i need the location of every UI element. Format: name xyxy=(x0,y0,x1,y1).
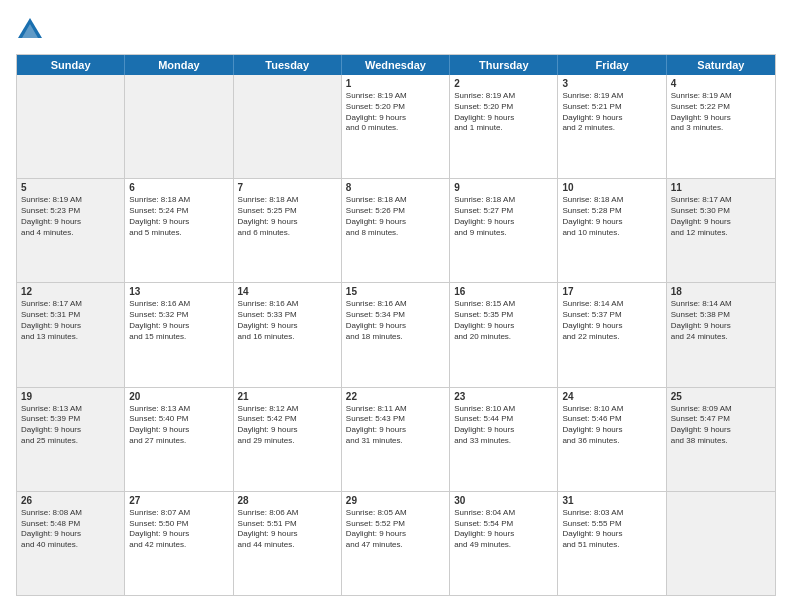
cal-week-2: 12Sunrise: 8:17 AM Sunset: 5:31 PM Dayli… xyxy=(17,282,775,386)
table-row: 3Sunrise: 8:19 AM Sunset: 5:21 PM Daylig… xyxy=(558,75,666,178)
cal-week-0: 1Sunrise: 8:19 AM Sunset: 5:20 PM Daylig… xyxy=(17,75,775,178)
day-number: 21 xyxy=(238,391,337,402)
day-info: Sunrise: 8:16 AM Sunset: 5:32 PM Dayligh… xyxy=(129,299,228,342)
table-row: 11Sunrise: 8:17 AM Sunset: 5:30 PM Dayli… xyxy=(667,179,775,282)
day-info: Sunrise: 8:12 AM Sunset: 5:42 PM Dayligh… xyxy=(238,404,337,447)
header-day-wednesday: Wednesday xyxy=(342,55,450,75)
table-row: 5Sunrise: 8:19 AM Sunset: 5:23 PM Daylig… xyxy=(17,179,125,282)
day-info: Sunrise: 8:17 AM Sunset: 5:31 PM Dayligh… xyxy=(21,299,120,342)
day-info: Sunrise: 8:07 AM Sunset: 5:50 PM Dayligh… xyxy=(129,508,228,551)
table-row: 10Sunrise: 8:18 AM Sunset: 5:28 PM Dayli… xyxy=(558,179,666,282)
day-info: Sunrise: 8:19 AM Sunset: 5:23 PM Dayligh… xyxy=(21,195,120,238)
day-number: 5 xyxy=(21,182,120,193)
header-day-sunday: Sunday xyxy=(17,55,125,75)
table-row: 14Sunrise: 8:16 AM Sunset: 5:33 PM Dayli… xyxy=(234,283,342,386)
day-number: 30 xyxy=(454,495,553,506)
table-row: 9Sunrise: 8:18 AM Sunset: 5:27 PM Daylig… xyxy=(450,179,558,282)
day-number: 31 xyxy=(562,495,661,506)
day-info: Sunrise: 8:19 AM Sunset: 5:22 PM Dayligh… xyxy=(671,91,771,134)
day-info: Sunrise: 8:13 AM Sunset: 5:39 PM Dayligh… xyxy=(21,404,120,447)
page: SundayMondayTuesdayWednesdayThursdayFrid… xyxy=(0,0,792,612)
day-number: 2 xyxy=(454,78,553,89)
day-info: Sunrise: 8:18 AM Sunset: 5:24 PM Dayligh… xyxy=(129,195,228,238)
table-row: 4Sunrise: 8:19 AM Sunset: 5:22 PM Daylig… xyxy=(667,75,775,178)
day-number: 7 xyxy=(238,182,337,193)
day-info: Sunrise: 8:18 AM Sunset: 5:27 PM Dayligh… xyxy=(454,195,553,238)
day-info: Sunrise: 8:06 AM Sunset: 5:51 PM Dayligh… xyxy=(238,508,337,551)
day-number: 16 xyxy=(454,286,553,297)
table-row: 31Sunrise: 8:03 AM Sunset: 5:55 PM Dayli… xyxy=(558,492,666,595)
day-info: Sunrise: 8:18 AM Sunset: 5:26 PM Dayligh… xyxy=(346,195,445,238)
day-info: Sunrise: 8:19 AM Sunset: 5:20 PM Dayligh… xyxy=(346,91,445,134)
day-number: 23 xyxy=(454,391,553,402)
day-info: Sunrise: 8:05 AM Sunset: 5:52 PM Dayligh… xyxy=(346,508,445,551)
table-row: 15Sunrise: 8:16 AM Sunset: 5:34 PM Dayli… xyxy=(342,283,450,386)
day-number: 10 xyxy=(562,182,661,193)
day-info: Sunrise: 8:16 AM Sunset: 5:33 PM Dayligh… xyxy=(238,299,337,342)
day-info: Sunrise: 8:15 AM Sunset: 5:35 PM Dayligh… xyxy=(454,299,553,342)
day-number: 15 xyxy=(346,286,445,297)
header-day-thursday: Thursday xyxy=(450,55,558,75)
cal-week-4: 26Sunrise: 8:08 AM Sunset: 5:48 PM Dayli… xyxy=(17,491,775,595)
day-info: Sunrise: 8:18 AM Sunset: 5:25 PM Dayligh… xyxy=(238,195,337,238)
day-number: 13 xyxy=(129,286,228,297)
table-row: 20Sunrise: 8:13 AM Sunset: 5:40 PM Dayli… xyxy=(125,388,233,491)
table-row: 21Sunrise: 8:12 AM Sunset: 5:42 PM Dayli… xyxy=(234,388,342,491)
day-number: 1 xyxy=(346,78,445,89)
table-row: 16Sunrise: 8:15 AM Sunset: 5:35 PM Dayli… xyxy=(450,283,558,386)
header-day-monday: Monday xyxy=(125,55,233,75)
day-number: 4 xyxy=(671,78,771,89)
table-row: 28Sunrise: 8:06 AM Sunset: 5:51 PM Dayli… xyxy=(234,492,342,595)
day-number: 24 xyxy=(562,391,661,402)
day-info: Sunrise: 8:03 AM Sunset: 5:55 PM Dayligh… xyxy=(562,508,661,551)
day-number: 9 xyxy=(454,182,553,193)
table-row: 25Sunrise: 8:09 AM Sunset: 5:47 PM Dayli… xyxy=(667,388,775,491)
calendar-body: 1Sunrise: 8:19 AM Sunset: 5:20 PM Daylig… xyxy=(17,75,775,595)
day-info: Sunrise: 8:17 AM Sunset: 5:30 PM Dayligh… xyxy=(671,195,771,238)
day-info: Sunrise: 8:10 AM Sunset: 5:46 PM Dayligh… xyxy=(562,404,661,447)
day-info: Sunrise: 8:14 AM Sunset: 5:37 PM Dayligh… xyxy=(562,299,661,342)
day-info: Sunrise: 8:16 AM Sunset: 5:34 PM Dayligh… xyxy=(346,299,445,342)
table-row: 24Sunrise: 8:10 AM Sunset: 5:46 PM Dayli… xyxy=(558,388,666,491)
table-row: 2Sunrise: 8:19 AM Sunset: 5:20 PM Daylig… xyxy=(450,75,558,178)
table-row xyxy=(667,492,775,595)
table-row: 13Sunrise: 8:16 AM Sunset: 5:32 PM Dayli… xyxy=(125,283,233,386)
header-day-tuesday: Tuesday xyxy=(234,55,342,75)
table-row: 6Sunrise: 8:18 AM Sunset: 5:24 PM Daylig… xyxy=(125,179,233,282)
day-info: Sunrise: 8:19 AM Sunset: 5:21 PM Dayligh… xyxy=(562,91,661,134)
logo-icon xyxy=(16,16,44,44)
calendar: SundayMondayTuesdayWednesdayThursdayFrid… xyxy=(16,54,776,596)
table-row xyxy=(125,75,233,178)
table-row xyxy=(234,75,342,178)
cal-week-3: 19Sunrise: 8:13 AM Sunset: 5:39 PM Dayli… xyxy=(17,387,775,491)
day-info: Sunrise: 8:19 AM Sunset: 5:20 PM Dayligh… xyxy=(454,91,553,134)
day-number: 3 xyxy=(562,78,661,89)
day-number: 14 xyxy=(238,286,337,297)
table-row: 1Sunrise: 8:19 AM Sunset: 5:20 PM Daylig… xyxy=(342,75,450,178)
day-info: Sunrise: 8:11 AM Sunset: 5:43 PM Dayligh… xyxy=(346,404,445,447)
day-number: 22 xyxy=(346,391,445,402)
day-info: Sunrise: 8:14 AM Sunset: 5:38 PM Dayligh… xyxy=(671,299,771,342)
day-number: 28 xyxy=(238,495,337,506)
day-number: 25 xyxy=(671,391,771,402)
day-info: Sunrise: 8:08 AM Sunset: 5:48 PM Dayligh… xyxy=(21,508,120,551)
day-number: 8 xyxy=(346,182,445,193)
day-number: 11 xyxy=(671,182,771,193)
table-row: 29Sunrise: 8:05 AM Sunset: 5:52 PM Dayli… xyxy=(342,492,450,595)
table-row: 23Sunrise: 8:10 AM Sunset: 5:44 PM Dayli… xyxy=(450,388,558,491)
day-number: 29 xyxy=(346,495,445,506)
header xyxy=(16,16,776,44)
logo xyxy=(16,16,48,44)
table-row: 7Sunrise: 8:18 AM Sunset: 5:25 PM Daylig… xyxy=(234,179,342,282)
day-number: 17 xyxy=(562,286,661,297)
day-info: Sunrise: 8:04 AM Sunset: 5:54 PM Dayligh… xyxy=(454,508,553,551)
table-row: 30Sunrise: 8:04 AM Sunset: 5:54 PM Dayli… xyxy=(450,492,558,595)
cal-week-1: 5Sunrise: 8:19 AM Sunset: 5:23 PM Daylig… xyxy=(17,178,775,282)
day-number: 12 xyxy=(21,286,120,297)
day-info: Sunrise: 8:09 AM Sunset: 5:47 PM Dayligh… xyxy=(671,404,771,447)
header-day-saturday: Saturday xyxy=(667,55,775,75)
day-number: 20 xyxy=(129,391,228,402)
day-number: 27 xyxy=(129,495,228,506)
day-number: 18 xyxy=(671,286,771,297)
table-row: 19Sunrise: 8:13 AM Sunset: 5:39 PM Dayli… xyxy=(17,388,125,491)
